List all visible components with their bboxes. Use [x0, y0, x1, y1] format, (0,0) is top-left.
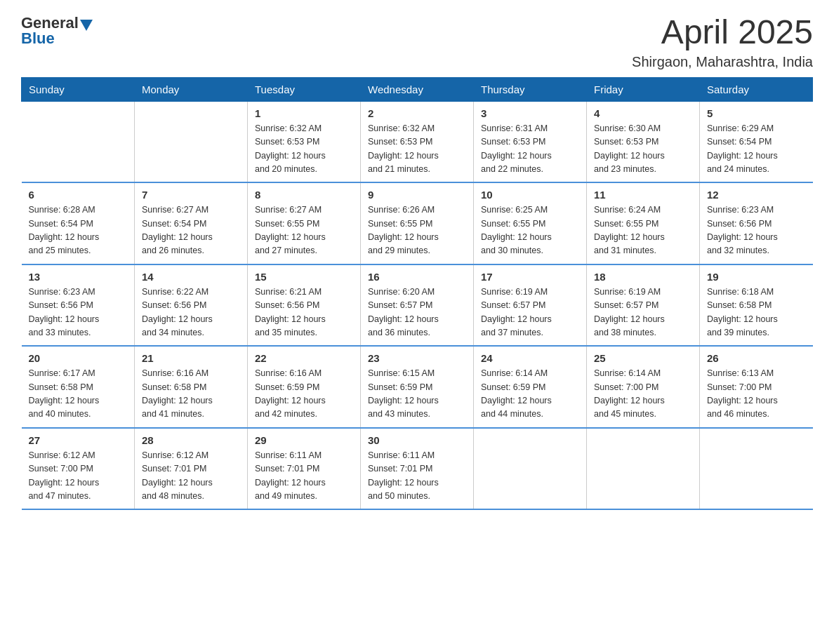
day-number: 17 — [481, 271, 579, 283]
calendar-cell — [587, 428, 700, 510]
calendar-cell: 1Sunrise: 6:32 AMSunset: 6:53 PMDaylight… — [248, 101, 361, 182]
calendar-cell: 14Sunrise: 6:22 AMSunset: 6:56 PMDayligh… — [135, 264, 248, 347]
day-info: Sunrise: 6:12 AMSunset: 7:01 PMDaylight:… — [142, 449, 240, 504]
day-info: Sunrise: 6:19 AMSunset: 6:57 PMDaylight:… — [481, 286, 579, 340]
day-number: 24 — [481, 352, 579, 364]
calendar-cell: 25Sunrise: 6:14 AMSunset: 7:00 PMDayligh… — [587, 346, 700, 428]
day-info: Sunrise: 6:14 AMSunset: 6:59 PMDaylight:… — [481, 367, 579, 422]
day-info: Sunrise: 6:32 AMSunset: 6:53 PMDaylight:… — [368, 122, 466, 177]
page-header: General Blue April 2025 Shirgaon, Mahara… — [21, 14, 813, 70]
calendar-cell: 5Sunrise: 6:29 AMSunset: 6:54 PMDaylight… — [700, 101, 813, 182]
day-number: 6 — [29, 189, 128, 201]
weekday-header-monday: Monday — [135, 77, 248, 101]
calendar-cell: 17Sunrise: 6:19 AMSunset: 6:57 PMDayligh… — [474, 264, 587, 347]
calendar-cell — [474, 428, 587, 510]
day-info: Sunrise: 6:27 AMSunset: 6:54 PMDaylight:… — [142, 203, 240, 258]
day-number: 29 — [255, 434, 353, 446]
calendar-cell: 11Sunrise: 6:24 AMSunset: 6:55 PMDayligh… — [587, 182, 700, 264]
calendar-cell: 22Sunrise: 6:16 AMSunset: 6:59 PMDayligh… — [248, 346, 361, 428]
day-info: Sunrise: 6:25 AMSunset: 6:55 PMDaylight:… — [481, 203, 579, 258]
week-row-1: 1Sunrise: 6:32 AMSunset: 6:53 PMDaylight… — [22, 101, 813, 182]
weekday-header-wednesday: Wednesday — [361, 77, 474, 101]
day-number: 30 — [368, 434, 466, 446]
calendar-cell — [700, 428, 813, 510]
day-info: Sunrise: 6:17 AMSunset: 6:58 PMDaylight:… — [29, 367, 128, 422]
day-info: Sunrise: 6:24 AMSunset: 6:55 PMDaylight:… — [594, 203, 692, 258]
calendar-cell: 9Sunrise: 6:26 AMSunset: 6:55 PMDaylight… — [361, 182, 474, 264]
day-number: 1 — [255, 107, 353, 119]
day-info: Sunrise: 6:20 AMSunset: 6:57 PMDaylight:… — [368, 286, 466, 340]
logo-arrow-icon — [80, 20, 93, 31]
day-info: Sunrise: 6:31 AMSunset: 6:53 PMDaylight:… — [481, 122, 579, 177]
calendar-cell: 28Sunrise: 6:12 AMSunset: 7:01 PMDayligh… — [135, 428, 248, 510]
day-info: Sunrise: 6:11 AMSunset: 7:01 PMDaylight:… — [255, 449, 353, 504]
day-number: 25 — [594, 352, 692, 364]
title-area: April 2025 Shirgaon, Maharashtra, India — [632, 14, 813, 70]
day-info: Sunrise: 6:28 AMSunset: 6:54 PMDaylight:… — [29, 203, 128, 258]
calendar-cell: 12Sunrise: 6:23 AMSunset: 6:56 PMDayligh… — [700, 182, 813, 264]
weekday-header-sunday: Sunday — [22, 77, 135, 101]
calendar-cell: 21Sunrise: 6:16 AMSunset: 6:58 PMDayligh… — [135, 346, 248, 428]
day-info: Sunrise: 6:27 AMSunset: 6:55 PMDaylight:… — [255, 203, 353, 258]
day-number: 23 — [368, 352, 466, 364]
day-number: 8 — [255, 189, 353, 201]
day-number: 18 — [594, 271, 692, 283]
day-info: Sunrise: 6:23 AMSunset: 6:56 PMDaylight:… — [29, 286, 128, 340]
calendar-cell: 13Sunrise: 6:23 AMSunset: 6:56 PMDayligh… — [22, 264, 135, 347]
calendar-cell — [22, 101, 135, 182]
day-info: Sunrise: 6:18 AMSunset: 6:58 PMDaylight:… — [707, 286, 806, 340]
weekday-header-tuesday: Tuesday — [248, 77, 361, 101]
calendar-cell: 30Sunrise: 6:11 AMSunset: 7:01 PMDayligh… — [361, 428, 474, 510]
weekday-header-friday: Friday — [587, 77, 700, 101]
day-info: Sunrise: 6:11 AMSunset: 7:01 PMDaylight:… — [368, 449, 466, 504]
day-info: Sunrise: 6:16 AMSunset: 6:59 PMDaylight:… — [255, 367, 353, 422]
day-number: 21 — [142, 352, 240, 364]
calendar-cell: 18Sunrise: 6:19 AMSunset: 6:57 PMDayligh… — [587, 264, 700, 347]
calendar-cell — [135, 101, 248, 182]
calendar-cell: 3Sunrise: 6:31 AMSunset: 6:53 PMDaylight… — [474, 101, 587, 182]
day-number: 28 — [142, 434, 240, 446]
day-info: Sunrise: 6:23 AMSunset: 6:56 PMDaylight:… — [707, 203, 806, 258]
weekday-header-saturday: Saturday — [700, 77, 813, 101]
day-number: 13 — [29, 271, 128, 283]
weekday-header-row: SundayMondayTuesdayWednesdayThursdayFrid… — [22, 77, 813, 101]
day-info: Sunrise: 6:32 AMSunset: 6:53 PMDaylight:… — [255, 122, 353, 177]
day-number: 14 — [142, 271, 240, 283]
day-info: Sunrise: 6:21 AMSunset: 6:56 PMDaylight:… — [255, 286, 353, 340]
day-number: 16 — [368, 271, 466, 283]
week-row-4: 20Sunrise: 6:17 AMSunset: 6:58 PMDayligh… — [22, 346, 813, 428]
day-info: Sunrise: 6:22 AMSunset: 6:56 PMDaylight:… — [142, 286, 240, 340]
day-number: 20 — [29, 352, 128, 364]
week-row-2: 6Sunrise: 6:28 AMSunset: 6:54 PMDaylight… — [22, 182, 813, 264]
day-number: 22 — [255, 352, 353, 364]
logo: General Blue — [21, 14, 93, 48]
day-number: 4 — [594, 107, 692, 119]
day-number: 2 — [368, 107, 466, 119]
calendar-cell: 19Sunrise: 6:18 AMSunset: 6:58 PMDayligh… — [700, 264, 813, 347]
day-number: 9 — [368, 189, 466, 201]
calendar-cell: 16Sunrise: 6:20 AMSunset: 6:57 PMDayligh… — [361, 264, 474, 347]
weekday-header-thursday: Thursday — [474, 77, 587, 101]
day-number: 26 — [707, 352, 806, 364]
calendar-cell: 2Sunrise: 6:32 AMSunset: 6:53 PMDaylight… — [361, 101, 474, 182]
week-row-5: 27Sunrise: 6:12 AMSunset: 7:00 PMDayligh… — [22, 428, 813, 510]
calendar-cell: 8Sunrise: 6:27 AMSunset: 6:55 PMDaylight… — [248, 182, 361, 264]
day-number: 3 — [481, 107, 579, 119]
location-subtitle: Shirgaon, Maharashtra, India — [632, 54, 813, 70]
calendar-cell: 26Sunrise: 6:13 AMSunset: 7:00 PMDayligh… — [700, 346, 813, 428]
day-number: 19 — [707, 271, 806, 283]
calendar-cell: 27Sunrise: 6:12 AMSunset: 7:00 PMDayligh… — [22, 428, 135, 510]
day-number: 15 — [255, 271, 353, 283]
day-info: Sunrise: 6:30 AMSunset: 6:53 PMDaylight:… — [594, 122, 692, 177]
calendar-cell: 20Sunrise: 6:17 AMSunset: 6:58 PMDayligh… — [22, 346, 135, 428]
day-number: 11 — [594, 189, 692, 201]
logo-blue-text: Blue — [21, 29, 55, 48]
day-number: 7 — [142, 189, 240, 201]
day-info: Sunrise: 6:16 AMSunset: 6:58 PMDaylight:… — [142, 367, 240, 422]
day-info: Sunrise: 6:15 AMSunset: 6:59 PMDaylight:… — [368, 367, 466, 422]
month-title: April 2025 — [632, 14, 813, 51]
day-number: 12 — [707, 189, 806, 201]
week-row-3: 13Sunrise: 6:23 AMSunset: 6:56 PMDayligh… — [22, 264, 813, 347]
calendar-cell: 4Sunrise: 6:30 AMSunset: 6:53 PMDaylight… — [587, 101, 700, 182]
day-info: Sunrise: 6:29 AMSunset: 6:54 PMDaylight:… — [707, 122, 806, 177]
